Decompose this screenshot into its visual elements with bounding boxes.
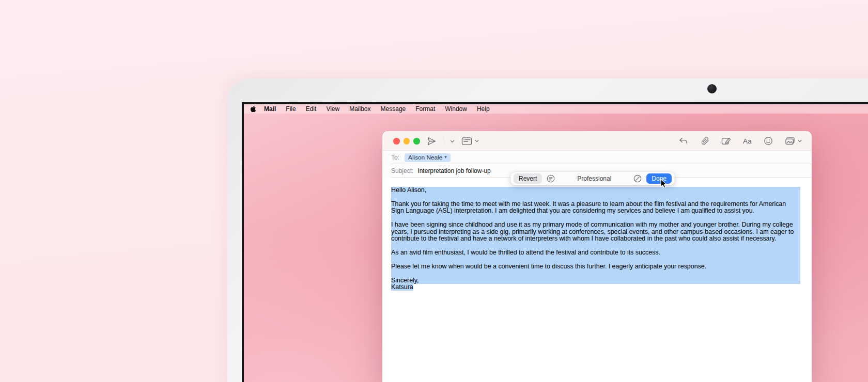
menu-item-window[interactable]: Window <box>445 105 467 113</box>
signature-name: Katsura <box>391 283 413 291</box>
to-row[interactable]: To: Alison Neale ▾ <box>382 151 812 164</box>
menu-item-mailbox[interactable]: Mailbox <box>349 105 370 113</box>
window-controls <box>393 138 420 145</box>
subject-label: Subject: <box>391 167 413 174</box>
tone-label: Professional <box>560 175 629 182</box>
menu-item-file[interactable]: File <box>286 105 296 113</box>
undo-icon[interactable] <box>678 137 688 145</box>
body-paragraph: Please let me know when would be a conve… <box>391 263 800 270</box>
toolbar-divider <box>443 137 443 145</box>
mouse-cursor <box>660 179 668 191</box>
recipient-token[interactable]: Alison Neale ▾ <box>405 153 451 162</box>
camera-dot <box>707 84 717 93</box>
emoji-icon[interactable] <box>764 136 773 146</box>
signature-line: Katsura <box>391 284 800 291</box>
body-paragraph: Thank you for taking the time to meet wi… <box>391 201 800 215</box>
writing-tools-icon[interactable] <box>546 174 555 183</box>
desktop-background: Mail File Edit View Mailbox Message Form… <box>0 0 868 382</box>
menu-item-mail[interactable]: Mail <box>264 105 276 113</box>
revert-button[interactable]: Revert <box>514 173 542 184</box>
zoom-button[interactable] <box>413 138 420 145</box>
recipient-name: Alison Neale <box>408 154 442 161</box>
body-paragraph: I have been signing since childhood and … <box>391 221 800 243</box>
toolbar-left-group <box>427 131 479 151</box>
window-titlebar: Aa <box>382 131 812 151</box>
attachment-icon[interactable] <box>700 136 709 146</box>
message-body-editor[interactable]: Hello Alison, Thank you for taking the t… <box>382 178 812 382</box>
send-icon[interactable] <box>427 136 437 146</box>
menu-item-help[interactable]: Help <box>477 105 490 113</box>
writing-tools-bar: Revert Professional Done <box>510 172 675 185</box>
markup-icon[interactable] <box>721 136 731 146</box>
imac-screen: Mail File Edit View Mailbox Message Form… <box>242 102 868 382</box>
rewrite-icon[interactable] <box>633 174 642 183</box>
selected-text-block: Hello Alison, Thank you for taking the t… <box>391 187 800 284</box>
minimize-button[interactable] <box>404 138 410 145</box>
apple-menu-icon[interactable] <box>250 105 256 113</box>
format-text-icon[interactable]: Aa <box>743 137 752 145</box>
menu-bar: Mail File Edit View Mailbox Message Form… <box>244 104 868 114</box>
send-options-chevron-icon[interactable] <box>450 138 455 144</box>
subject-input[interactable]: Interpretation job follow-up <box>417 167 490 174</box>
menu-item-message[interactable]: Message <box>381 105 406 113</box>
menu-item-edit[interactable]: Edit <box>306 105 317 113</box>
header-fields-button[interactable] <box>461 137 479 146</box>
toolbar-right-group: Aa <box>678 131 802 151</box>
mail-compose-window: Aa To: Alison Neale ▾ <box>382 131 812 382</box>
to-label: To: <box>391 154 399 161</box>
body-paragraph: Hello Alison, <box>391 187 800 194</box>
body-paragraph: Sincerely, <box>391 277 800 284</box>
menu-item-format[interactable]: Format <box>415 105 435 113</box>
recipient-chevron-icon[interactable]: ▾ <box>444 154 447 160</box>
close-button[interactable] <box>393 138 400 145</box>
menu-item-view[interactable]: View <box>326 105 339 113</box>
photo-browser-button[interactable] <box>785 137 802 146</box>
body-paragraph: As an avid film enthusiast, I would be t… <box>391 249 800 257</box>
